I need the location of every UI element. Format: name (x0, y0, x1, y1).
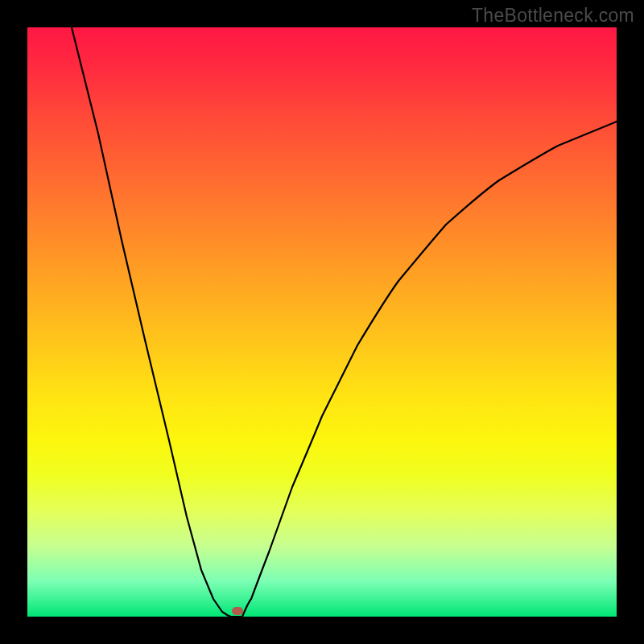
plot-area (27, 27, 617, 617)
chart-frame: TheBottleneck.com (0, 0, 644, 644)
curve-left-branch (72, 27, 231, 617)
watermark-text: TheBottleneck.com (472, 5, 634, 27)
optimal-point-marker (232, 607, 243, 615)
curve-right-branch (242, 122, 617, 617)
bottleneck-curve (27, 27, 617, 617)
